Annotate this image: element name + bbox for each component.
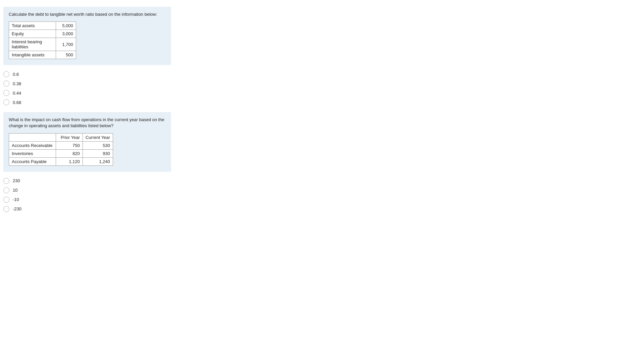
- row-value: 500: [56, 51, 76, 59]
- option-item: 0.38: [3, 81, 171, 87]
- option-label: -230: [13, 206, 21, 211]
- option-label: -10: [13, 197, 19, 202]
- question1-options: 0.8 0.38 0.44 0.68: [3, 71, 171, 105]
- option-label: 0.44: [13, 91, 21, 96]
- radio-button[interactable]: [3, 99, 9, 105]
- col-header-prior: Prior Year: [56, 133, 83, 141]
- table-row: Equity 3,000: [9, 30, 76, 38]
- option-item: 230: [3, 178, 171, 184]
- option-label: 230: [13, 178, 20, 183]
- radio-button[interactable]: [3, 197, 9, 203]
- question2-table: Prior Year Current Year Accounts Receiva…: [9, 133, 113, 166]
- row-label: Total assets: [9, 22, 56, 30]
- table-row: Intangible assets 500: [9, 51, 76, 59]
- row-label: Accounts Receivable: [9, 141, 56, 149]
- col-header-label: [9, 133, 56, 141]
- radio-button[interactable]: [3, 71, 9, 77]
- row-label: Intangible assets: [9, 51, 56, 59]
- option-item: 0.44: [3, 90, 171, 96]
- row-label: Equity: [9, 30, 56, 38]
- row-current: 530: [83, 141, 113, 149]
- radio-button[interactable]: [3, 178, 9, 184]
- option-label: 0.8: [13, 72, 19, 77]
- row-label: Inventories: [9, 149, 56, 157]
- table-row: Total assets 5,000: [9, 22, 76, 30]
- radio-button[interactable]: [3, 187, 9, 193]
- question1-block: Calculate the debt to tangible net worth…: [3, 7, 171, 65]
- option-label: 10: [13, 188, 17, 193]
- option-item: -230: [3, 206, 171, 212]
- option-label: 0.68: [13, 100, 21, 105]
- row-value: 1,700: [56, 38, 76, 51]
- row-prior: 750: [56, 141, 83, 149]
- radio-button[interactable]: [3, 90, 9, 96]
- row-prior: 1,120: [56, 157, 83, 165]
- option-item: 0.68: [3, 99, 171, 105]
- row-value: 3,000: [56, 30, 76, 38]
- col-header-current: Current Year: [83, 133, 113, 141]
- table-row: Accounts Payable 1,120 1,240: [9, 157, 113, 165]
- table-header-row: Prior Year Current Year: [9, 133, 113, 141]
- option-item: 0.8: [3, 71, 171, 77]
- page-container: Calculate the debt to tangible net worth…: [0, 7, 174, 212]
- radio-button[interactable]: [3, 206, 9, 212]
- table-row: Interest bearingliabilities 1,700: [9, 38, 76, 51]
- option-item: -10: [3, 197, 171, 203]
- question2-block: What is the impact on cash flow from ope…: [3, 112, 171, 171]
- row-label: Accounts Payable: [9, 157, 56, 165]
- option-item: 10: [3, 187, 171, 193]
- question1-table: Total assets 5,000 Equity 3,000 Interest…: [9, 21, 76, 59]
- row-current: 930: [83, 149, 113, 157]
- question1-text: Calculate the debt to tangible net worth…: [9, 11, 166, 17]
- radio-button[interactable]: [3, 81, 9, 87]
- option-label: 0.38: [13, 81, 21, 86]
- table-row: Inventories 820 930: [9, 149, 113, 157]
- row-prior: 820: [56, 149, 83, 157]
- row-current: 1,240: [83, 157, 113, 165]
- row-label: Interest bearingliabilities: [9, 38, 56, 51]
- question2-text: What is the impact on cash flow from ope…: [9, 117, 166, 129]
- question2-options: 230 10 -10 -230: [3, 178, 171, 212]
- table-row: Accounts Receivable 750 530: [9, 141, 113, 149]
- row-value: 5,000: [56, 22, 76, 30]
